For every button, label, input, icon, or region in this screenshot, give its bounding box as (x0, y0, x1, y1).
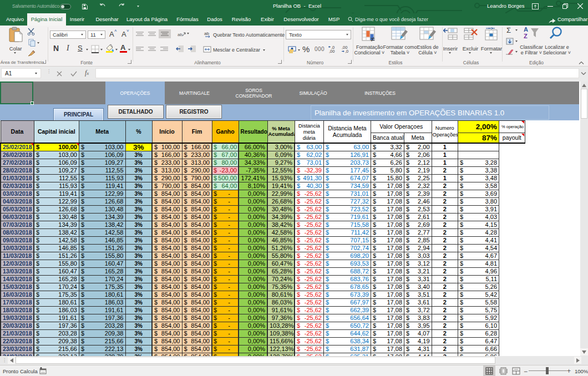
svg-text:ab: ab (178, 32, 183, 37)
svg-text:ab: ab (204, 31, 209, 36)
svg-text:≠: ≠ (371, 35, 374, 42)
svg-text:,0: ,0 (345, 49, 348, 53)
svg-text:,00: ,00 (329, 49, 334, 53)
